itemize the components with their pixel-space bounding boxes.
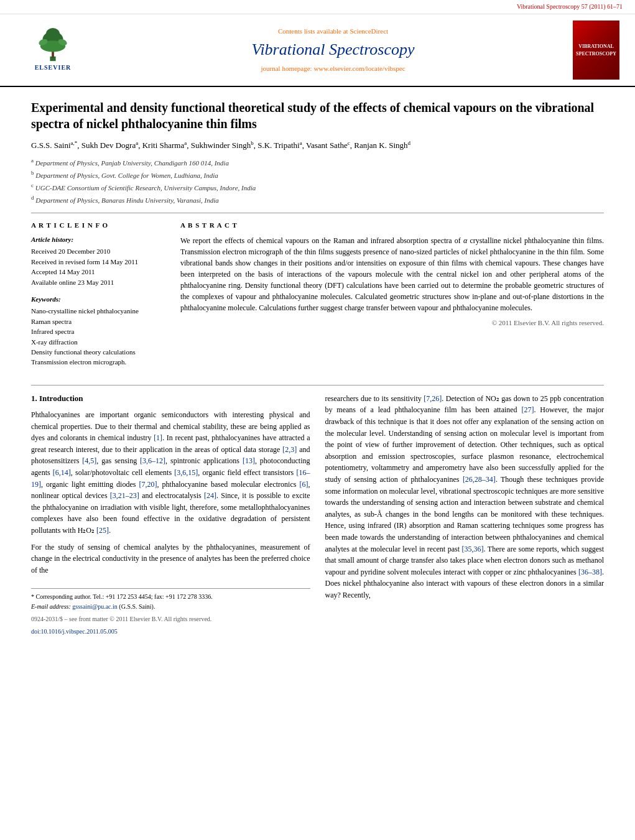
section-divider-2 (31, 385, 604, 385)
article-history-block: Article history: Received 20 December 20… (31, 235, 168, 287)
keywords-block: Keywords: Nano-crystalline nickel phthal… (31, 295, 168, 367)
intro-para-2: For the study of sensing of chemical ana… (31, 542, 310, 576)
affiliation-d: d Department of Physics, Banaras Hindu U… (31, 194, 604, 205)
introduction-heading: 1. Introduction (31, 393, 310, 404)
abstract-column: A B S T R A C T We report the effects of… (180, 221, 604, 375)
affiliation-b: b Department of Physics, Govt. College f… (31, 169, 604, 180)
keyword-5: Density functional theory calculations (31, 348, 168, 357)
abstract-heading: A B S T R A C T (180, 221, 604, 230)
journal-homepage: journal homepage: www.elsevier.com/locat… (106, 64, 560, 73)
affiliation-a: a Department of Physics, Panjab Universi… (31, 157, 604, 168)
main-content: Experimental and density functional theo… (0, 87, 635, 648)
article-info-column: A R T I C L E I N F O Article history: R… (31, 221, 168, 375)
journal-ref-text: Vibrational Spectroscopy 57 (2011) 61–71 (517, 3, 623, 10)
elsevier-logo-section: ELSEVIER (12, 28, 93, 72)
keyword-1: Nano-crystalline nickel phthalocyanine (31, 307, 168, 316)
keyword-4: X-ray diffraction (31, 338, 168, 347)
intro-para-col2-1: researchers due to its sensitivity [7,26… (325, 393, 605, 601)
journal-cover-thumbnail: VIBRATIONAL SPECTROSCOPY (573, 21, 619, 80)
available-online-date: Available online 23 May 2011 (31, 278, 168, 287)
footnote-section: * Corresponding author. Tel.: +91 172 25… (31, 588, 310, 636)
article-info-heading: A R T I C L E I N F O (31, 221, 168, 230)
article-info-abstract-section: A R T I C L E I N F O Article history: R… (31, 221, 604, 375)
elsevier-logo: ELSEVIER (31, 28, 75, 72)
affiliation-c: c UGC-DAE Consortium of Scientific Resea… (31, 182, 604, 193)
elsevier-wordmark: ELSEVIER (35, 63, 72, 72)
journal-title-banner: Vibrational Spectroscopy (106, 39, 560, 61)
copyright-notice: © 2011 Elsevier B.V. All rights reserved… (180, 318, 604, 328)
section-divider-1 (31, 213, 604, 213)
svg-point-4 (46, 28, 60, 39)
journal-banner: ELSEVIER Contents lists available at Sci… (0, 14, 635, 87)
body-col-right: researchers due to its sensitivity [7,26… (325, 393, 605, 637)
accepted-date: Accepted 14 May 2011 (31, 267, 168, 277)
journal-cover-image: VIBRATIONAL SPECTROSCOPY (573, 21, 623, 80)
intro-para-1: Phthalocyanines are important organic se… (31, 409, 310, 537)
keyword-6: Transmission electron micrograph. (31, 358, 168, 367)
sciencedirect-link: Contents lists available at ScienceDirec… (106, 27, 560, 36)
abstract-text: We report the effects of chemical vapour… (180, 235, 604, 313)
doi-line: doi:10.1016/j.vibspec.2011.05.005 (31, 627, 310, 636)
body-content: 1. Introduction Phthalocyanines are impo… (31, 393, 604, 637)
keywords-list: Nano-crystalline nickel phthalocyanine R… (31, 307, 168, 367)
elsevier-tree-icon (31, 28, 75, 62)
affiliations: a Department of Physics, Panjab Universi… (31, 157, 604, 205)
body-col-left: 1. Introduction Phthalocyanines are impo… (31, 393, 310, 637)
keyword-2: Raman spectra (31, 317, 168, 326)
article-title: Experimental and density functional theo… (31, 99, 604, 132)
journal-reference-bar: Vibrational Spectroscopy 57 (2011) 61–71 (0, 0, 635, 14)
email-note: E-mail address: gsssaini@pu.ac.in (G.S.S… (31, 602, 310, 611)
authors-line: G.S.S. Sainia,*, Sukh Dev Dograa, Kriti … (31, 139, 604, 152)
corresponding-author-note: * Corresponding author. Tel.: +91 172 25… (31, 593, 310, 601)
revised-date: Received in revised form 14 May 2011 (31, 257, 168, 267)
issn-line: 0924-2031/$ – see front matter © 2011 El… (31, 615, 310, 624)
keywords-title: Keywords: (31, 295, 168, 304)
history-title: Article history: (31, 235, 168, 244)
received-date: Received 20 December 2010 (31, 247, 168, 256)
journal-title-section: Contents lists available at ScienceDirec… (93, 27, 573, 73)
keyword-3: Infrared spectra (31, 327, 168, 336)
